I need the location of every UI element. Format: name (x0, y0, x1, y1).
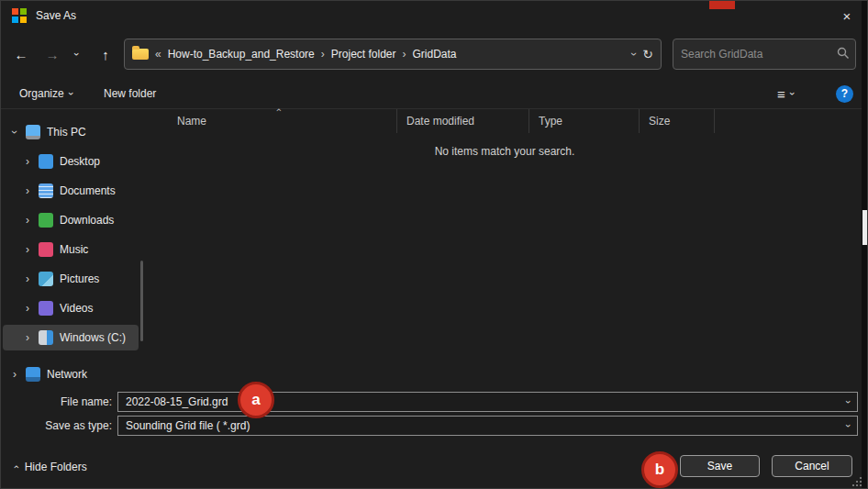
sidebar-item-label: Network (47, 368, 87, 381)
chevron-down-icon: › (791, 88, 795, 99)
window-title: Save As (36, 9, 76, 22)
sidebar-item-documents[interactable]: › Documents (3, 178, 139, 204)
chevron-right-icon[interactable]: › (23, 302, 32, 315)
sidebar-item-label: Pictures (60, 272, 99, 285)
sidebar-item-pictures[interactable]: › Pictures (3, 266, 139, 292)
background-app-sliver-red (709, 1, 735, 9)
organize-label: Organize (19, 87, 64, 100)
sidebar-item-label: Desktop (60, 155, 100, 168)
sidebar-item-videos[interactable]: › Videos (3, 295, 139, 321)
recent-locations-chevron-icon[interactable]: › (69, 41, 85, 67)
music-icon (39, 242, 53, 257)
save-button[interactable]: Save (680, 455, 760, 477)
windows-logo-icon (12, 8, 27, 23)
chevron-down-icon: › (70, 88, 73, 99)
sidebar-item-label: Windows (C:) (60, 331, 126, 344)
this-pc-icon (26, 125, 40, 139)
column-header-type[interactable]: Type (529, 109, 640, 133)
chevron-right-icon[interactable]: › (23, 243, 32, 256)
sidebar-item-label: Music (60, 243, 88, 256)
downloads-icon (39, 213, 53, 228)
chevron-right-icon[interactable]: › (23, 214, 32, 227)
back-button[interactable]: ← (8, 41, 34, 67)
cancel-button[interactable]: Cancel (772, 455, 852, 477)
help-button[interactable]: ? (836, 83, 853, 104)
file-name-combobox[interactable]: › (117, 392, 858, 412)
up-button[interactable]: ↑ (93, 41, 118, 67)
chevron-right-icon[interactable]: › (23, 272, 32, 285)
search-box[interactable] (673, 39, 856, 70)
chevron-right-icon[interactable]: › (23, 155, 32, 168)
file-name-input[interactable] (118, 395, 840, 408)
sidebar-item-downloads[interactable]: › Downloads (3, 207, 139, 233)
new-folder-label: New folder (104, 87, 156, 100)
breadcrumb-item[interactable]: Project folder (331, 48, 396, 61)
hide-folders-label: Hide Folders (25, 461, 87, 473)
chevron-right-icon[interactable]: › (23, 184, 32, 197)
hide-folders-button[interactable]: › Hide Folders (14, 461, 87, 473)
close-icon[interactable]: × (832, 1, 862, 30)
column-header-size[interactable]: Size (640, 109, 715, 133)
chevron-down-icon[interactable]: › (10, 126, 19, 139)
pictures-icon (39, 272, 53, 286)
chevron-right-icon[interactable]: › (10, 368, 19, 381)
forward-button[interactable]: → (39, 41, 65, 67)
column-header-name[interactable]: Name (148, 109, 397, 133)
save-as-dialog: Save As × ← → › ↑ « How-to_Backup_and_Re… (0, 0, 868, 489)
folder-icon (132, 49, 149, 60)
annotation-marker-b: b (641, 451, 678, 488)
empty-list-message: No items match your search. (148, 145, 862, 158)
new-folder-button[interactable]: New folder (104, 83, 156, 104)
windows-drive-icon (39, 330, 53, 345)
sidebar-item-windows-c[interactable]: › Windows (C:) (3, 325, 139, 350)
search-input[interactable] (679, 47, 830, 61)
organize-button[interactable]: Organize › (19, 83, 72, 104)
help-icon: ? (836, 85, 853, 103)
sidebar-scrollbar[interactable] (140, 261, 143, 341)
title-bar: Save As × (1, 1, 868, 30)
documents-icon (39, 183, 53, 198)
sidebar-item-this-pc[interactable]: › This PC (3, 119, 139, 145)
refresh-icon[interactable]: ↻ (642, 47, 653, 61)
column-header-row: Name Date modified Type Size (148, 109, 862, 133)
save-as-type-combobox[interactable]: Sounding Grid file ( *.grd) › (117, 416, 858, 436)
videos-icon (39, 301, 53, 316)
chevron-down-icon[interactable]: › (840, 420, 857, 431)
breadcrumb-separator-icon[interactable]: › (403, 48, 406, 61)
sidebar-item-label: This PC (47, 126, 86, 139)
sidebar-item-label: Documents (60, 184, 116, 197)
address-dropdown-chevron-icon[interactable]: › (632, 48, 636, 61)
save-as-type-value: Sounding Grid file ( *.grd) (118, 419, 840, 432)
annotation-marker-a: a (238, 382, 274, 418)
sidebar-item-network[interactable]: › Network (3, 361, 139, 387)
background-app-strip (862, 1, 868, 489)
chevron-right-icon[interactable]: › (23, 331, 32, 344)
breadcrumb-overflow[interactable]: « (155, 48, 161, 61)
save-as-type-label: Save as type: (17, 419, 112, 432)
breadcrumb-item[interactable]: GridData (413, 48, 457, 61)
sidebar-item-music[interactable]: › Music (3, 237, 139, 262)
view-options-icon: ≡ (777, 87, 785, 101)
chevron-down-icon[interactable]: › (840, 396, 857, 407)
column-header-date-modified[interactable]: Date modified (397, 109, 529, 133)
address-bar[interactable]: « How-to_Backup_and_Restore › Project fo… (124, 39, 662, 70)
network-icon (26, 367, 40, 382)
chevron-up-icon: › (14, 461, 17, 472)
sidebar-item-label: Downloads (60, 214, 114, 227)
desktop-icon (39, 154, 53, 169)
breadcrumb-item[interactable]: How-to_Backup_and_Restore (168, 48, 315, 61)
sidebar-item-desktop[interactable]: › Desktop (3, 149, 139, 174)
breadcrumb-separator-icon[interactable]: › (321, 48, 325, 61)
background-app-sliver-white (862, 210, 868, 245)
file-name-label: File name: (17, 395, 112, 408)
view-options-button[interactable]: ≡ › (777, 83, 794, 104)
search-icon[interactable] (837, 47, 850, 62)
sidebar-item-label: Videos (60, 302, 93, 315)
